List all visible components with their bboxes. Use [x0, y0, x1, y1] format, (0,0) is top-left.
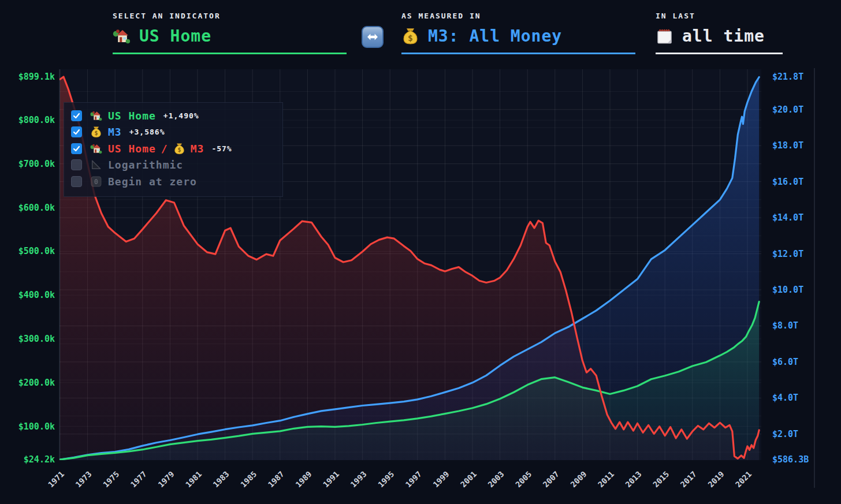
svg-text:$: $ [408, 32, 413, 42]
measure-selector-label: AS MEASURED IN [401, 12, 635, 20]
svg-text:$: $ [94, 130, 98, 136]
moneybag-icon: $ [173, 143, 185, 155]
x-axis-tick: 1985 [239, 469, 258, 489]
house-icon [113, 27, 131, 45]
measure-selector[interactable]: AS MEASURED IN $ M3: All Money [401, 12, 635, 54]
svg-text:$: $ [177, 147, 181, 153]
moneybag-icon: $ [401, 27, 419, 45]
x-axis-tick: 1997 [404, 469, 423, 489]
left-axis-tick: $500.0k [18, 246, 55, 256]
zero-icon: 0 [90, 176, 102, 188]
right-axis-tick: $18.0T [772, 140, 803, 151]
legend-row-us-home-m3: US Home/$M3-57% [71, 140, 282, 157]
moneybag-icon: $ [90, 126, 102, 138]
left-axis-tick: $800.0k [18, 115, 55, 125]
legend-series-delta: +1,490% [163, 111, 199, 120]
period-value[interactable]: all time [682, 27, 765, 46]
period-selector[interactable]: IN LAST all time [656, 12, 783, 54]
x-axis-tick: 2019 [706, 469, 725, 489]
x-axis-tick: 1977 [129, 469, 148, 489]
x-axis-tick: 1991 [321, 469, 341, 489]
x-axis-tick: 2011 [596, 469, 616, 489]
x-axis-tick: 1995 [376, 469, 396, 489]
x-axis-tick: 2017 [679, 469, 698, 489]
checkbox-checked[interactable] [71, 143, 82, 154]
legend-option-label: Begin at zero [108, 176, 197, 188]
left-axis-tick: $300.0k [18, 334, 55, 344]
x-axis-tick: 2001 [459, 469, 478, 489]
checkbox-checked[interactable] [71, 110, 82, 121]
checkbox-unchecked[interactable] [71, 176, 82, 187]
swap-button[interactable] [362, 26, 384, 48]
right-axis-tick: $10.0T [772, 285, 803, 295]
x-axis-tick: 2021 [734, 469, 753, 489]
x-axis-tick: 2003 [486, 469, 505, 489]
x-axis-tick: 1993 [348, 469, 368, 489]
legend-row-begin-at-zero: 0Begin at zero [71, 173, 282, 190]
x-axis-tick: 1981 [184, 469, 203, 489]
x-axis-labels: 1971197319751977197919811983198519871989… [46, 469, 753, 489]
ruler-icon [90, 159, 102, 171]
house-icon [90, 110, 102, 122]
swap-icon [366, 30, 379, 44]
legend-row-logarithmic: Logarithmic [71, 157, 282, 174]
left-axis-tick: $600.0k [18, 203, 55, 213]
right-axis-tick: $14.0T [772, 212, 803, 223]
left-axis-tick: $24.2k [24, 454, 55, 465]
left-axis-tick: $899.1k [18, 72, 55, 82]
right-axis-tick: $6.0T [772, 357, 798, 367]
calendar-icon [656, 27, 673, 45]
x-axis-tick: 2005 [513, 469, 533, 489]
x-axis-tick: 1983 [211, 469, 230, 489]
left-axis-tick: $400.0k [18, 290, 55, 300]
legend-option-label: Logarithmic [108, 159, 183, 171]
legend-row-m3: $M3+3,586% [71, 124, 282, 141]
x-axis-tick: 1987 [266, 469, 286, 489]
legend-series-delta: -57% [211, 144, 232, 153]
legend: US Home+1,490%$M3+3,586%US Home/$M3-57%L… [64, 102, 283, 197]
legend-series-delta: +3,586% [129, 128, 165, 136]
x-axis-tick: 1999 [431, 469, 451, 489]
svg-text:0: 0 [94, 178, 98, 186]
x-axis-tick: 1973 [73, 469, 93, 489]
x-axis-tick: 1989 [293, 469, 313, 489]
x-axis-tick: 2015 [651, 469, 671, 489]
left-axis-tick: $200.0k [18, 378, 55, 388]
right-axis-tick: $586.3B [772, 454, 809, 465]
house-icon [90, 143, 102, 155]
legend-series-label: US Home [108, 110, 156, 122]
priced-in-app: $899.1k$800.0k$700.0k$600.0k$500.0k$400.… [0, 0, 841, 504]
right-axis-tick: $12.0T [772, 249, 803, 259]
x-axis-tick: 2009 [568, 469, 588, 489]
legend-series-label: / [161, 143, 168, 155]
right-axis-labels: $21.8T$20.0T$18.0T$16.0T$14.0T$12.0T$10.… [772, 72, 809, 465]
period-selector-label: IN LAST [656, 12, 783, 20]
left-axis-labels: $899.1k$800.0k$700.0k$600.0k$500.0k$400.… [18, 72, 55, 465]
left-axis-tick: $100.0k [18, 421, 55, 432]
right-axis-tick: $2.0T [772, 429, 798, 439]
right-axis-tick: $4.0T [772, 393, 798, 403]
right-axis-tick: $8.0T [772, 320, 798, 331]
indicator-selector-label: SELECT AN INDICATOR [113, 12, 347, 20]
legend-series-label: US Home [108, 143, 156, 155]
legend-series-label: M3 [191, 143, 204, 155]
indicator-selector[interactable]: SELECT AN INDICATOR US Home [113, 12, 347, 54]
x-axis-tick: 1975 [101, 469, 121, 489]
legend-row-us-home: US Home+1,490% [71, 107, 282, 124]
legend-series-label: M3 [108, 126, 122, 138]
checkbox-unchecked[interactable] [71, 159, 82, 170]
indicator-value[interactable]: US Home [139, 27, 211, 46]
checkbox-checked[interactable] [71, 126, 82, 137]
left-axis-tick: $700.0k [18, 159, 55, 169]
measure-value[interactable]: M3: All Money [428, 27, 562, 46]
right-axis-tick: $21.8T [772, 72, 803, 82]
right-axis-tick: $20.0T [772, 104, 803, 115]
x-axis-tick: 1971 [46, 469, 66, 489]
x-axis-tick: 1979 [156, 469, 176, 489]
right-axis-tick: $16.0T [772, 177, 803, 187]
x-axis-tick: 2007 [541, 469, 561, 489]
x-axis-tick: 2013 [623, 469, 643, 489]
chart: $899.1k$800.0k$700.0k$600.0k$500.0k$400.… [0, 0, 841, 504]
